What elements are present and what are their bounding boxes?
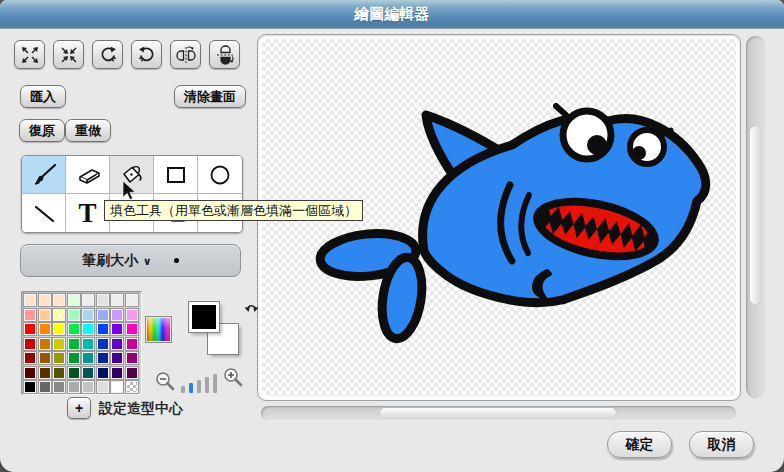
color-palette-panel [21,291,142,395]
tool-brush[interactable] [22,156,66,194]
color-swatch[interactable] [68,309,80,321]
color-swatch[interactable] [53,323,65,335]
color-swatch[interactable] [24,309,36,321]
redo-button[interactable]: 重做 [65,119,111,142]
color-swatch[interactable] [111,338,123,350]
color-swatch[interactable] [39,323,51,335]
color-swatch[interactable] [111,352,123,364]
color-picker-gradient[interactable] [145,316,172,343]
color-swatch[interactable] [126,352,138,364]
color-swatch[interactable] [39,309,51,321]
tool-line[interactable] [22,194,66,232]
color-swatch[interactable] [82,352,94,364]
color-swatch[interactable] [126,294,138,306]
palette-grid [21,291,142,393]
zoom-out-button[interactable] [154,370,176,396]
color-swatch[interactable] [82,294,94,306]
horizontal-scrollbar[interactable] [261,406,736,420]
color-swatch[interactable] [68,294,80,306]
tool-rectangle[interactable] [154,156,198,194]
set-costume-center-label: 設定造型中心 [99,400,183,418]
color-swatch[interactable] [82,323,94,335]
zoom-level-bar [181,386,185,393]
color-swatch[interactable] [24,338,36,350]
color-swatch[interactable] [39,352,51,364]
color-swatch[interactable] [82,367,94,379]
color-swatch[interactable] [97,323,109,335]
shrink-icon [59,45,79,65]
color-swatch[interactable] [111,381,123,393]
color-swatch[interactable] [82,381,94,393]
color-swatch[interactable] [111,323,123,335]
zoom-level-bar [189,383,193,393]
rotate-clockwise-icon [98,45,118,65]
color-swatch[interactable] [97,367,109,379]
color-swatch[interactable] [68,323,80,335]
color-swatch[interactable] [53,352,65,364]
cancel-button[interactable]: 取消 [689,431,754,458]
color-swatch[interactable] [111,367,123,379]
chevron-down-icon: ∨ [143,255,152,267]
rotate-counterclockwise-icon [137,45,157,65]
color-swatch[interactable] [24,352,36,364]
undo-button[interactable]: 復原 [19,119,65,142]
zoom-in-button[interactable] [222,366,244,392]
vertical-scrollbar-thumb[interactable] [750,126,761,304]
tool-eraser[interactable] [66,156,110,194]
color-swatch[interactable] [97,309,109,321]
color-swatch[interactable] [97,381,109,393]
shark-drawing [300,85,730,357]
color-swatch[interactable] [111,309,123,321]
title-bar: 繪圖編輯器 [0,0,784,29]
rotate-counterclockwise-button[interactable] [131,40,162,69]
horizontal-scrollbar-thumb[interactable] [380,408,616,418]
foreground-color-swatch[interactable] [189,302,219,332]
color-swatch[interactable] [97,338,109,350]
clear-canvas-button[interactable]: 清除畫面 [174,85,246,108]
color-swatch[interactable] [53,294,65,306]
color-swatch[interactable] [24,381,36,393]
color-swatch[interactable] [68,338,80,350]
color-swatch[interactable] [53,381,65,393]
brush-size-preview-dot [174,258,179,263]
color-swatch[interactable] [111,294,123,306]
color-swatch[interactable] [24,294,36,306]
color-swatch[interactable] [53,309,65,321]
color-swatch[interactable] [82,338,94,350]
color-swatch[interactable] [97,352,109,364]
ok-button[interactable]: 確定 [607,431,672,458]
tool-ellipse[interactable] [198,156,242,194]
flip-vertical-button[interactable] [209,40,240,69]
import-button[interactable]: 匯入 [20,85,66,108]
shrink-button[interactable] [53,40,84,69]
color-swatch[interactable] [53,367,65,379]
color-swatch[interactable] [126,367,138,379]
color-swatch[interactable] [39,294,51,306]
color-swatch[interactable] [39,381,51,393]
vertical-scrollbar[interactable] [746,36,765,398]
brush-size-dropdown[interactable]: 筆刷大小 ∨ [20,244,241,277]
flip-horizontal-button[interactable] [170,40,201,69]
color-swatch[interactable] [126,381,138,393]
color-swatch[interactable] [68,381,80,393]
color-swatch[interactable] [24,323,36,335]
swap-colors-icon[interactable] [243,299,260,318]
color-swatch[interactable] [24,367,36,379]
color-swatch[interactable] [126,309,138,321]
color-swatch[interactable] [126,323,138,335]
color-swatch[interactable] [68,367,80,379]
flip-horizontal-icon [176,45,196,65]
color-swatch[interactable] [39,367,51,379]
grow-icon [20,45,40,65]
color-swatch[interactable] [68,352,80,364]
color-swatch[interactable] [39,338,51,350]
color-swatch[interactable] [82,309,94,321]
eraser-icon [74,161,102,189]
zoom-level-bar [213,374,217,393]
grow-button[interactable] [14,40,45,69]
color-swatch[interactable] [53,338,65,350]
set-costume-center-button[interactable]: + [67,397,91,419]
color-swatch[interactable] [126,338,138,350]
color-swatch[interactable] [97,294,109,306]
rotate-clockwise-button[interactable] [92,40,123,69]
